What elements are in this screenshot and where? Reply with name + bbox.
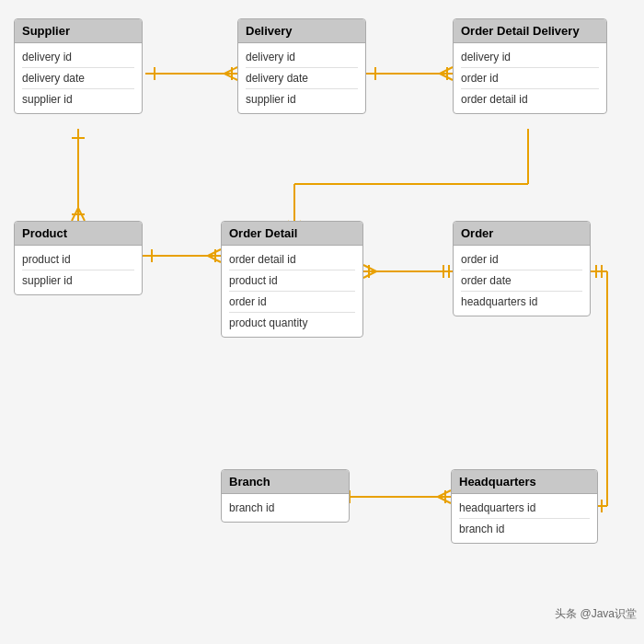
entity-product-body: product id supplier id xyxy=(15,246,142,294)
entity-branch-body: branch id xyxy=(222,494,349,522)
field-odd-1: delivery id xyxy=(461,47,599,68)
entity-product: Product product id supplier id xyxy=(14,221,143,295)
field-product-1: product id xyxy=(22,249,134,270)
field-od-1: order detail id xyxy=(229,249,355,270)
entity-hq-header: Headquarters xyxy=(452,470,597,494)
svg-line-27 xyxy=(363,265,376,271)
entity-supplier-header: Supplier xyxy=(15,19,142,43)
entity-delivery-body: delivery id delivery date supplier id xyxy=(238,43,365,113)
field-supplier-1: delivery id xyxy=(22,47,134,68)
entity-odd-header: Order Detail Delivery xyxy=(454,19,606,43)
field-supplier-2: delivery date xyxy=(22,68,134,89)
svg-line-22 xyxy=(208,249,221,256)
svg-line-6 xyxy=(440,67,453,74)
field-order-3: headquarters id xyxy=(461,292,582,312)
svg-line-18 xyxy=(78,208,85,221)
field-delivery-1: delivery id xyxy=(246,47,358,68)
entity-odd-body: delivery id order id order detail id xyxy=(454,43,606,113)
field-odd-3: order detail id xyxy=(461,89,599,109)
entity-supplier-body: delivery id delivery date supplier id xyxy=(15,43,142,113)
entity-od-body: order detail id product id order id prod… xyxy=(222,246,362,337)
field-od-4: product quantity xyxy=(229,313,355,333)
field-od-2: product id xyxy=(229,270,355,292)
entity-supplier: Supplier delivery id delivery date suppl… xyxy=(14,18,143,114)
entity-product-header: Product xyxy=(15,222,142,246)
field-order-2: order date xyxy=(461,270,582,292)
field-hq-2: branch id xyxy=(459,519,590,539)
svg-line-28 xyxy=(363,271,376,278)
entity-delivery: Delivery delivery id delivery date suppl… xyxy=(237,18,366,114)
svg-line-2 xyxy=(224,74,237,80)
field-branch-1: branch id xyxy=(229,498,341,518)
entity-order-detail: Order Detail order detail id product id … xyxy=(221,221,363,338)
watermark: 头条 @Java识堂 xyxy=(555,606,637,622)
field-product-2: supplier id xyxy=(22,270,134,291)
svg-line-39 xyxy=(438,497,451,503)
svg-line-1 xyxy=(224,67,237,74)
svg-line-38 xyxy=(438,490,451,497)
svg-line-23 xyxy=(208,256,221,262)
entity-branch-header: Branch xyxy=(222,470,349,494)
entity-branch: Branch branch id xyxy=(221,469,350,523)
diagram-container: Supplier delivery id delivery date suppl… xyxy=(0,0,644,626)
entity-order: Order order id order date headquarters i… xyxy=(453,221,591,316)
entity-headquarters: Headquarters headquarters id branch id xyxy=(451,469,598,544)
entity-order-header: Order xyxy=(454,222,590,246)
entity-hq-body: headquarters id branch id xyxy=(452,494,597,543)
entity-order-detail-delivery: Order Detail Delivery delivery id order … xyxy=(453,18,607,114)
field-delivery-2: delivery date xyxy=(246,68,358,89)
field-order-1: order id xyxy=(461,249,582,270)
entity-order-body: order id order date headquarters id xyxy=(454,246,590,316)
field-delivery-3: supplier id xyxy=(246,89,358,109)
field-supplier-3: supplier id xyxy=(22,89,134,109)
field-hq-1: headquarters id xyxy=(459,498,590,519)
svg-line-7 xyxy=(440,74,453,80)
field-od-3: order id xyxy=(229,292,355,313)
entity-od-header: Order Detail xyxy=(222,222,362,246)
entity-delivery-header: Delivery xyxy=(238,19,365,43)
svg-line-17 xyxy=(72,208,78,221)
field-odd-2: order id xyxy=(461,68,599,89)
